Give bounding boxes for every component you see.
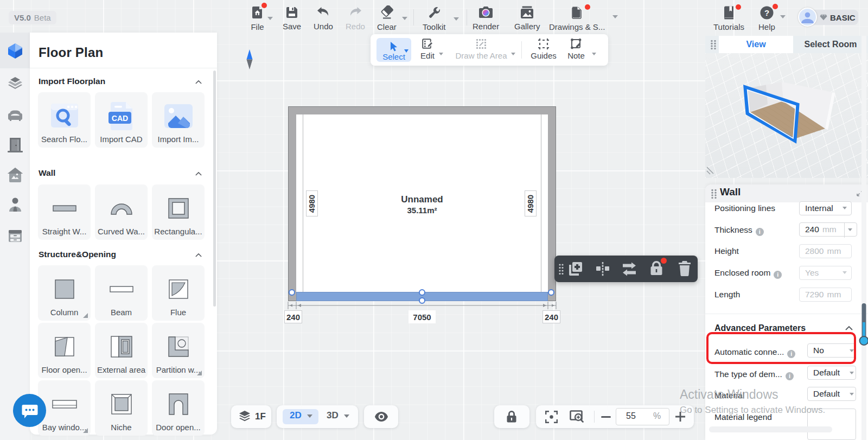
- svg-text:?: ?: [764, 8, 769, 17]
- svg-text:CAD: CAD: [111, 114, 127, 123]
